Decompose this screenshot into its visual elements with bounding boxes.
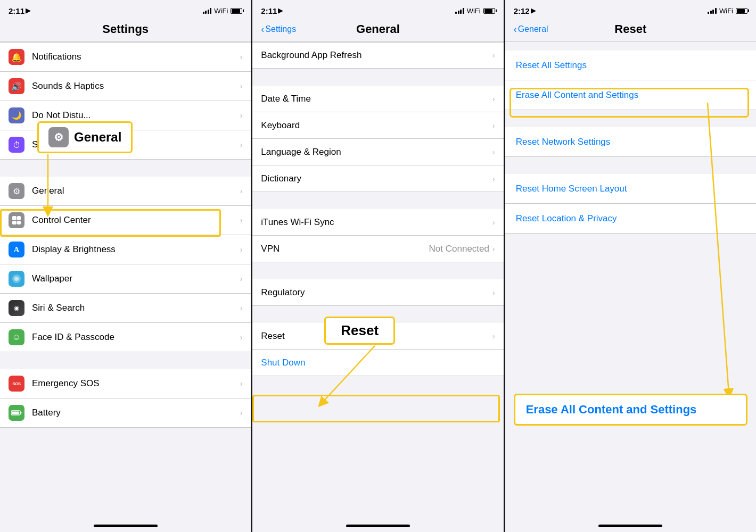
list-item[interactable]: VPN Not Connected › [252, 236, 503, 262]
item-label: Do Not Distu... [32, 110, 240, 121]
list-item[interactable]: Keyboard › [252, 112, 503, 139]
list-item[interactable]: Language & Region › [252, 139, 503, 165]
screen-header-2: ‹ Settings General [252, 19, 503, 42]
chevron-icon: › [240, 53, 243, 61]
item-label: Dictionary [261, 173, 492, 184]
section-divider [0, 160, 251, 177]
item-label: VPN [261, 244, 429, 254]
list-item[interactable]: Background App Refresh › [252, 42, 503, 69]
section-divider [252, 69, 503, 86]
reset-network-item[interactable]: Reset Network Settings [505, 127, 756, 157]
screentime-icon: ⏱ [9, 137, 24, 153]
list-item[interactable]: Wallpaper › [0, 264, 251, 294]
list-item[interactable]: ☺ Face ID & Passcode › [0, 323, 251, 352]
item-label: Keyboard [261, 120, 492, 131]
chevron-icon: › [492, 174, 495, 183]
reset-all-settings-item[interactable]: Reset All Settings [505, 51, 756, 80]
item-label: Wallpaper [32, 273, 240, 284]
sos-icon: SOS [9, 376, 24, 392]
back-label-general: General [518, 24, 548, 34]
item-label: Regulatory [261, 287, 492, 298]
screen-nav-2: ‹ Settings General [261, 22, 495, 36]
item-label: General [32, 186, 240, 196]
chevron-icon: › [240, 82, 243, 90]
list-item[interactable]: 🔊 Sounds & Haptics › [0, 72, 251, 101]
home-indicator-1 [0, 519, 251, 532]
list-item[interactable]: Battery › [0, 398, 251, 428]
chevron-icon: › [240, 187, 243, 195]
battery-3 [736, 8, 747, 14]
list-item[interactable]: Control Center › [0, 206, 251, 235]
controlcenter-icon [9, 212, 24, 228]
chevron-icon: › [240, 333, 243, 342]
chevron-icon: › [492, 288, 495, 297]
sounds-icon: 🔊 [9, 78, 24, 94]
chevron-icon: › [492, 218, 495, 227]
time-3: 2:12 ▶ [514, 6, 536, 15]
status-bar-2: 2:11 ▶ WiFi [252, 0, 503, 19]
svg-point-1 [14, 277, 19, 281]
section-divider [505, 157, 756, 174]
back-button-settings[interactable]: ‹ Settings [261, 24, 296, 35]
item-label: Display & Brightness [32, 244, 240, 255]
list-item[interactable]: Regulatory › [252, 279, 503, 306]
general-item[interactable]: ⚙ General › [0, 177, 251, 206]
time-2: 2:11 ▶ [261, 6, 283, 15]
list-item[interactable]: 🔔 Notifications › [0, 42, 251, 72]
list-item[interactable]: Dictionary › [252, 165, 503, 192]
section-divider [505, 42, 756, 51]
item-label: Reset Home Screen Layout [516, 184, 627, 194]
panel-settings: 2:11 ▶ WiFi Settings [0, 0, 252, 532]
battery-2 [483, 8, 495, 14]
location-arrow-2: ▶ [278, 7, 283, 14]
home-indicator-2 [252, 519, 503, 532]
list-item[interactable]: ◉ Siri & Search › [0, 294, 251, 323]
item-label: Reset Network Settings [516, 137, 611, 147]
home-indicator-3 [505, 519, 756, 532]
list-item[interactable]: Date & Time › [252, 86, 503, 112]
faceid-icon: ☺ [9, 329, 24, 345]
item-label: Notifications [32, 52, 240, 62]
chevron-icon: › [240, 111, 243, 120]
signal-1 [203, 7, 212, 14]
chevron-icon: › [240, 245, 243, 254]
reset-homescreen-item[interactable]: Reset Home Screen Layout [505, 174, 756, 204]
status-bar-1: 2:11 ▶ WiFi [0, 0, 251, 19]
item-label: Sounds & Haptics [32, 81, 240, 92]
screen-nav-3: ‹ General Reset [514, 22, 747, 36]
section-divider [505, 110, 756, 127]
vpn-value: Not Connected [429, 244, 489, 254]
battery-1 [231, 8, 242, 14]
item-label: iTunes Wi-Fi Sync [261, 217, 492, 228]
chevron-icon: › [240, 275, 243, 283]
callout-gear-icon: ⚙ [48, 127, 69, 147]
reset-callout-text: Reset [341, 322, 379, 339]
signal-3 [708, 7, 717, 14]
chevron-icon: › [240, 409, 243, 417]
time-1: 2:11 ▶ [9, 6, 30, 15]
chevron-icon: › [492, 51, 495, 60]
battery-menu-icon [9, 405, 24, 421]
screen-header-3: ‹ General Reset [505, 19, 756, 42]
chevron-icon: › [492, 245, 495, 253]
general-icon: ⚙ [9, 183, 24, 199]
wifi-3: WiFi [719, 7, 733, 15]
list-item[interactable]: iTunes Wi-Fi Sync › [252, 209, 503, 236]
reset-callout: Reset [324, 317, 395, 345]
general-title: General [356, 22, 400, 36]
svg-rect-3 [20, 412, 22, 414]
shutdown-item[interactable]: Shut Down [252, 350, 503, 376]
signal-2 [455, 7, 464, 14]
panel-reset: 2:12 ▶ WiFi ‹ General [505, 0, 756, 532]
list-item[interactable]: A Display & Brightness › [0, 235, 251, 264]
wifi-2: WiFi [467, 7, 481, 15]
reset-location-item[interactable]: Reset Location & Privacy [505, 204, 756, 234]
erase-all-content-item[interactable]: Erase All Content and Settings [505, 80, 756, 110]
item-label: Date & Time [261, 94, 492, 104]
chevron-icon: › [492, 95, 495, 103]
list-item[interactable]: SOS Emergency SOS › [0, 369, 251, 398]
section-divider [252, 192, 503, 209]
status-icons-1: WiFi [203, 7, 243, 15]
item-label: Emergency SOS [32, 378, 240, 389]
back-button-general[interactable]: ‹ General [514, 24, 548, 35]
